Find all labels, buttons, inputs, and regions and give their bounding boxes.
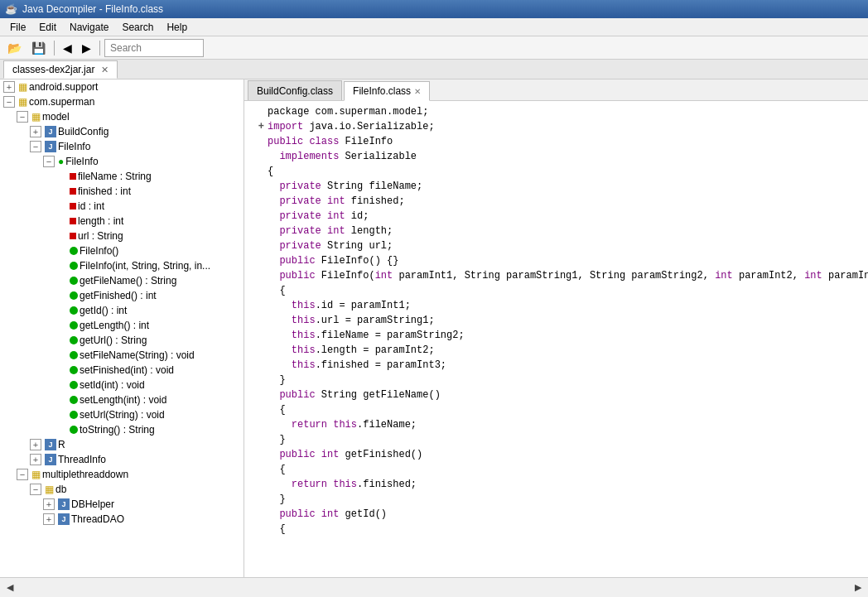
code-line-20: this.fileName = paramString2; (251, 328, 861, 343)
tree-label-url: url : String (78, 230, 123, 242)
code-tab-buildconfig[interactable]: BuildConfig.class (248, 80, 342, 100)
code-line-33: } (251, 492, 861, 507)
tree-item-filename-field[interactable]: fileName : String (0, 169, 244, 184)
tree-item-R[interactable]: + J R (0, 437, 244, 452)
menu-navigate[interactable]: Navigate (63, 20, 115, 35)
menu-bar: File Edit Navigate Search Help (0, 18, 868, 36)
tree-item-seturl[interactable]: setUrl(String) : void (0, 407, 244, 422)
expander-R[interactable]: + (30, 439, 41, 450)
bottom-bar: ◀ ▶ (0, 577, 868, 597)
tree-item-fileinfoclass[interactable]: − ● FileInfo (0, 154, 244, 169)
field-icon-url (70, 233, 76, 239)
menu-edit[interactable]: Edit (32, 20, 63, 35)
code-line-23: } (251, 373, 861, 388)
method-icon-setlength (70, 396, 78, 404)
tree-item-threaddao[interactable]: + J ThreadDAO (0, 512, 244, 527)
jfile-icon-R: J (45, 439, 56, 450)
expander-com-superman[interactable]: − (3, 96, 15, 108)
folder-icon-db: ▦ (45, 484, 54, 495)
scroll-left-icon[interactable]: ◀ (7, 582, 13, 593)
toolbar-back[interactable]: ◀ (59, 39, 76, 57)
file-tab-classes[interactable]: classes-dex2jar.jar ✕ (3, 60, 118, 79)
toolbar-save[interactable]: 💾 (27, 39, 50, 57)
tree-item-setid[interactable]: setId(int) : void (0, 378, 244, 392)
tree-item-setfilename[interactable]: setFileName(String) : void (0, 348, 244, 363)
menu-file[interactable]: File (3, 20, 32, 35)
tree-item-id-field[interactable]: id : int (0, 199, 244, 214)
tree-item-com-superman[interactable]: − ▦ com.superman (0, 94, 244, 109)
tree-item-getfilename[interactable]: getFileName() : String (0, 273, 244, 288)
tree-label-model: model (42, 111, 70, 123)
expander-model[interactable]: − (17, 111, 28, 123)
expander-android-support[interactable]: + (3, 81, 15, 93)
toolbar-open[interactable]: 📂 (3, 39, 26, 57)
code-line-25: public String getFileName() (251, 388, 861, 402)
tree-label-fileinfo: FileInfo (58, 141, 90, 152)
code-line-10: private int id; (251, 209, 861, 224)
code-line-8: private String fileName; (251, 179, 861, 194)
tree-item-length-field[interactable]: length : int (0, 214, 244, 229)
code-tab-fileinfo[interactable]: FileInfo.class ✕ (344, 81, 430, 101)
tree-item-getlength[interactable]: getLength() : int (0, 318, 244, 333)
expander-db[interactable]: − (30, 484, 41, 495)
tree-label-getfilename: getFileName() : String (80, 275, 176, 286)
tree-item-android-support[interactable]: + ▦ android.support (0, 79, 244, 94)
line-marker-1 (251, 104, 264, 119)
tree-item-tostring[interactable]: toString() : String (0, 422, 244, 437)
expander-threadinfo[interactable]: + (30, 454, 41, 465)
file-tab-close[interactable]: ✕ (101, 65, 108, 75)
tree-item-getid[interactable]: getId() : int (0, 303, 244, 318)
expander-fileinfoclass[interactable]: − (43, 156, 55, 167)
tree-item-finished-field[interactable]: finished : int (0, 184, 244, 199)
tree-label-getid: getId() : int (80, 305, 127, 316)
tree-label-length: length : int (78, 215, 123, 227)
code-line-27: return this.fileName; (251, 417, 861, 432)
expander-multi[interactable]: − (17, 469, 28, 480)
method-icon-geturl (70, 336, 78, 344)
code-tab-fileinfo-label: FileInfo.class (353, 85, 411, 97)
tree-item-model[interactable]: − ▦ model (0, 109, 244, 124)
code-line-17: { (251, 283, 861, 298)
expander-threaddao[interactable]: + (43, 513, 55, 525)
folder-icon-android: ▦ (18, 81, 27, 93)
menu-help[interactable]: Help (160, 20, 194, 35)
code-line-30: public int getFinished() (251, 447, 861, 462)
tree-item-multiplethreaddown[interactable]: − ▦ multiplethreaddown (0, 467, 244, 482)
tree-item-url-field[interactable]: url : String (0, 229, 244, 243)
tree-label-geturl: getUrl() : String (80, 335, 147, 346)
code-line-19: this.url = paramString1; (251, 313, 861, 328)
tree-label-setfilename: setFileName(String) : void (80, 349, 195, 361)
toolbar-forward[interactable]: ▶ (78, 39, 95, 57)
expander-fileinfo[interactable]: − (30, 141, 41, 152)
jfile-icon-fileinfo: J (45, 141, 56, 152)
scroll-right-icon[interactable]: ▶ (855, 582, 861, 593)
tree-label-db: db (55, 484, 66, 495)
tree-item-setfinished[interactable]: setFinished(int) : void (0, 363, 244, 378)
tree-item-buildconfig[interactable]: + J BuildConfig (0, 124, 244, 139)
tree-item-dbhelper[interactable]: + J DBHelper (0, 497, 244, 512)
jfile-icon-buildconfig: J (45, 126, 56, 137)
tree-label-seturl: setUrl(String) : void (80, 409, 165, 421)
tree-item-threadinfo[interactable]: + J ThreadInfo (0, 452, 244, 467)
tree-item-fileinfo[interactable]: − J FileInfo (0, 139, 244, 154)
tree-item-ctor2[interactable]: FileInfo(int, String, String, in... (0, 258, 244, 273)
expander-dbhelper[interactable]: + (43, 498, 55, 510)
jfile-icon-threaddao: J (58, 513, 70, 525)
tree-item-setlength[interactable]: setLength(int) : void (0, 392, 244, 407)
toolbar: 📂 💾 ◀ ▶ (0, 36, 868, 60)
code-outer: BuildConfig.class FileInfo.class ✕ packa… (244, 79, 868, 577)
code-line-11: private int length; (251, 224, 861, 238)
tree-label-id: id : int (78, 200, 104, 212)
code-tab-fileinfo-close[interactable]: ✕ (414, 87, 421, 96)
line-marker-3: + (251, 119, 264, 134)
tree-item-db[interactable]: − ▦ db (0, 482, 244, 497)
search-input[interactable] (104, 39, 204, 57)
code-content[interactable]: package com.superman.model; + import jav… (244, 101, 868, 577)
tree-label-finished: finished : int (78, 185, 131, 197)
expander-buildconfig[interactable]: + (30, 126, 41, 137)
tree-label-R: R (58, 439, 65, 450)
tree-item-ctor1[interactable]: FileInfo() (0, 243, 244, 258)
tree-item-geturl[interactable]: getUrl() : String (0, 333, 244, 348)
menu-search[interactable]: Search (115, 20, 160, 35)
tree-item-getfinished[interactable]: getFinished() : int (0, 288, 244, 303)
